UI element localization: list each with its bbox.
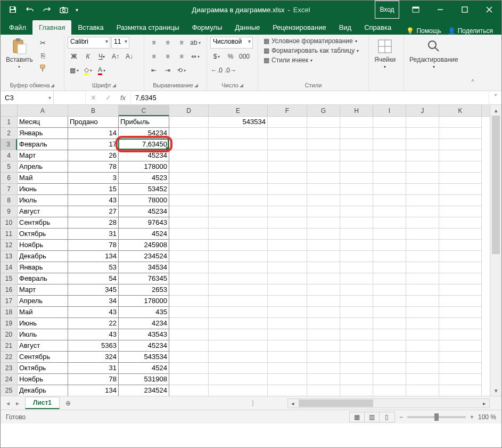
cell-G11[interactable]	[307, 229, 340, 240]
cell-B2[interactable]: 14	[68, 128, 119, 139]
tab-insert[interactable]: Вставка	[71, 20, 110, 35]
cell-D2[interactable]	[169, 128, 209, 139]
cell-B4[interactable]: 26	[68, 150, 119, 161]
conditional-formatting-button[interactable]: ▦Условное форматирование▾	[261, 37, 361, 45]
cell-H7[interactable]	[340, 184, 373, 195]
view-buttons[interactable]: ▦ ▥ ▯	[349, 412, 395, 422]
cell-E12[interactable]	[209, 240, 268, 251]
cell-A3[interactable]: Февраль	[18, 139, 68, 150]
column-header-E[interactable]: E	[209, 105, 268, 116]
increase-indent-icon[interactable]: ⇥	[161, 64, 174, 76]
cell-C25[interactable]: 234524	[119, 385, 169, 396]
cell-G14[interactable]	[307, 262, 340, 273]
cell-A1[interactable]: Месяц	[18, 117, 68, 128]
cell-D16[interactable]	[169, 284, 209, 296]
row-header-2[interactable]: 2	[1, 128, 17, 139]
cell-J16[interactable]	[406, 284, 439, 296]
cut-icon[interactable]: ✂	[37, 37, 49, 48]
cell-K25[interactable]	[439, 385, 482, 396]
cell-B12[interactable]: 78	[68, 240, 119, 251]
cell-E1[interactable]: 543534	[209, 117, 268, 128]
cell-A24[interactable]: Ноябрь	[18, 374, 68, 385]
cell-A8[interactable]: Июль	[18, 195, 68, 206]
cell-D5[interactable]	[169, 161, 209, 173]
cell-D3[interactable]	[169, 139, 209, 150]
cell-K2[interactable]	[439, 128, 482, 139]
cell-F16[interactable]	[268, 284, 307, 296]
cell-I20[interactable]	[373, 329, 406, 340]
cell-A19[interactable]: Июнь	[18, 318, 68, 329]
column-header-C[interactable]: C	[119, 105, 169, 116]
cell-K18[interactable]	[439, 307, 482, 318]
add-sheet-button[interactable]: ⊕	[62, 397, 75, 410]
cell-C13[interactable]: 234524	[119, 251, 169, 262]
italic-button[interactable]: К	[81, 51, 94, 62]
cell-H2[interactable]	[340, 128, 373, 139]
row-header-7[interactable]: 7	[1, 184, 17, 195]
cell-G18[interactable]	[307, 307, 340, 318]
cell-K8[interactable]	[439, 195, 482, 206]
cell-F11[interactable]	[268, 229, 307, 240]
cell-C15[interactable]: 76345	[119, 273, 169, 284]
cell-K6[interactable]	[439, 173, 482, 184]
cell-A18[interactable]: Май	[18, 307, 68, 318]
sign-in-button[interactable]: Вход	[375, 1, 399, 19]
tell-me-button[interactable]: 💡Помощь	[406, 27, 441, 35]
cell-A17[interactable]: Апрель	[18, 296, 68, 307]
cell-G23[interactable]	[307, 363, 340, 374]
cell-A16[interactable]: Март	[18, 284, 68, 296]
cell-K1[interactable]	[439, 117, 482, 128]
cell-H22[interactable]	[340, 352, 373, 363]
cell-H23[interactable]	[340, 363, 373, 374]
cell-C8[interactable]: 78000	[119, 195, 169, 206]
page-break-view-icon[interactable]: ▯	[380, 412, 394, 422]
cell-A7[interactable]: Июнь	[18, 184, 68, 195]
increase-font-icon[interactable]: A↑	[109, 51, 122, 62]
cell-G17[interactable]	[307, 296, 340, 307]
collapse-ribbon-icon[interactable]: ˄	[467, 35, 479, 91]
cell-F25[interactable]	[268, 385, 307, 396]
cell-A20[interactable]: Июль	[18, 329, 68, 340]
cell-J22[interactable]	[406, 352, 439, 363]
cell-B15[interactable]: 54	[68, 273, 119, 284]
cell-K11[interactable]	[439, 229, 482, 240]
percent-format-icon[interactable]: %	[224, 51, 237, 62]
cell-F7[interactable]	[268, 184, 307, 195]
cell-J21[interactable]	[406, 340, 439, 352]
cell-B1[interactable]: Продано	[68, 117, 119, 128]
cell-C9[interactable]: 45234	[119, 206, 169, 217]
cell-I24[interactable]	[373, 374, 406, 385]
row-header-13[interactable]: 13	[1, 251, 17, 262]
cell-G21[interactable]	[307, 340, 340, 352]
cell-C24[interactable]: 531908	[119, 374, 169, 385]
cell-G4[interactable]	[307, 150, 340, 161]
minimize-button[interactable]	[428, 1, 452, 19]
sheet-nav[interactable]: ◂▸	[1, 400, 25, 407]
cell-K15[interactable]	[439, 273, 482, 284]
row-header-22[interactable]: 22	[1, 352, 17, 363]
cell-K14[interactable]	[439, 262, 482, 273]
column-header-G[interactable]: G	[307, 105, 340, 116]
cell-B20[interactable]: 43	[68, 329, 119, 340]
cell-D18[interactable]	[169, 307, 209, 318]
ribbon-display-options-icon[interactable]	[404, 1, 428, 19]
row-header-20[interactable]: 20	[1, 329, 17, 340]
cell-F9[interactable]	[268, 206, 307, 217]
share-button[interactable]: 👤Поделиться	[448, 27, 493, 35]
cell-B11[interactable]: 31	[68, 229, 119, 240]
decrease-font-icon[interactable]: A↓	[123, 51, 136, 62]
cell-I1[interactable]	[373, 117, 406, 128]
cell-G7[interactable]	[307, 184, 340, 195]
cell-K5[interactable]	[439, 161, 482, 173]
cell-D21[interactable]	[169, 340, 209, 352]
cell-F22[interactable]	[268, 352, 307, 363]
cell-G2[interactable]	[307, 128, 340, 139]
cell-K24[interactable]	[439, 374, 482, 385]
cell-B3[interactable]: 17	[68, 139, 119, 150]
cell-B17[interactable]: 34	[68, 296, 119, 307]
cell-B19[interactable]: 22	[68, 318, 119, 329]
cell-I4[interactable]	[373, 150, 406, 161]
cell-F5[interactable]	[268, 161, 307, 173]
cell-B24[interactable]: 78	[68, 374, 119, 385]
cell-C7[interactable]: 53452	[119, 184, 169, 195]
